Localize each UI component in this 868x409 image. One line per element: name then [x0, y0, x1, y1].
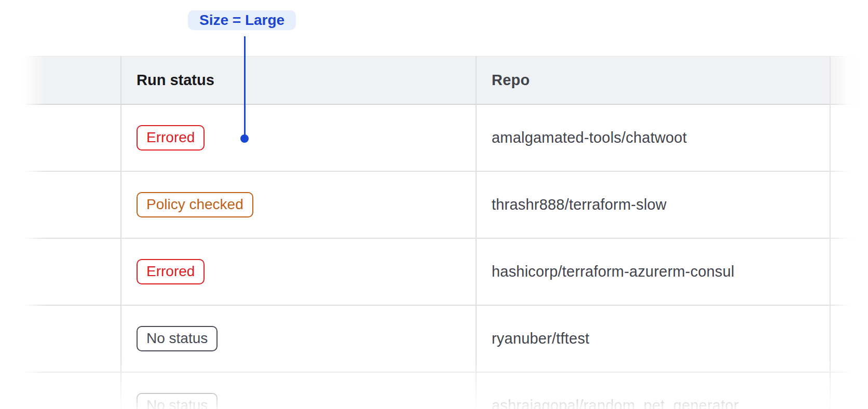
- row-cropped-cell: [830, 239, 868, 305]
- row-cropped-cell: [830, 373, 868, 409]
- row-gutter-cell: [22, 172, 120, 238]
- header-cell-run-status: Run status: [120, 72, 476, 89]
- annotation-pointer-line: [244, 36, 246, 136]
- header-cell-cropped: [830, 57, 868, 104]
- row-gutter-cell: [22, 105, 120, 171]
- repo-cell: hashicorp/terraform-azurerm-consul: [476, 263, 830, 280]
- repo-cell: thrashr888/terraform-slow: [476, 196, 830, 213]
- row-cropped-cell: [830, 172, 868, 238]
- table-row[interactable]: No status ashrajagopal/random_pet_genera…: [22, 373, 868, 409]
- row-gutter-cell: [22, 306, 120, 372]
- table-row[interactable]: Errored amalgamated-tools/chatwoot: [22, 105, 868, 172]
- repo-cell: amalgamated-tools/chatwoot: [476, 129, 830, 146]
- table-row[interactable]: No status ryanuber/tftest: [22, 306, 868, 373]
- status-badge: Policy checked: [137, 192, 253, 217]
- run-status-cell: Errored: [120, 259, 476, 284]
- status-badge: No status: [137, 393, 218, 409]
- column-divider: [476, 56, 477, 409]
- row-gutter-cell: [22, 239, 120, 305]
- status-badge: Errored: [137, 259, 205, 284]
- annotation-pointer-dot: [240, 134, 249, 143]
- run-status-cell: No status: [120, 326, 476, 351]
- size-annotation-label: Size = Large: [188, 10, 296, 30]
- run-status-cell: Errored: [120, 125, 476, 151]
- header-cell-empty: [22, 57, 120, 104]
- row-cropped-cell: [830, 306, 868, 372]
- row-gutter-cell: [22, 373, 120, 409]
- table-row[interactable]: Errored hashicorp/terraform-azurerm-cons…: [22, 239, 868, 306]
- run-status-cell: Policy checked: [120, 192, 476, 217]
- header-cell-repo: Repo: [476, 72, 830, 89]
- column-divider: [120, 56, 121, 409]
- status-badge: Errored: [137, 125, 205, 151]
- row-cropped-cell: [830, 105, 868, 171]
- runs-table: Run status Repo Errored amalgamated-tool…: [22, 56, 868, 409]
- repo-cell: ashrajagopal/random_pet_generator: [476, 397, 830, 409]
- status-badge: No status: [137, 326, 218, 351]
- table-header-row: Run status Repo: [22, 56, 868, 105]
- run-status-cell: No status: [120, 393, 476, 409]
- table-row[interactable]: Policy checked thrashr888/terraform-slow: [22, 172, 868, 239]
- column-divider: [830, 56, 831, 409]
- repo-cell: ryanuber/tftest: [476, 330, 830, 347]
